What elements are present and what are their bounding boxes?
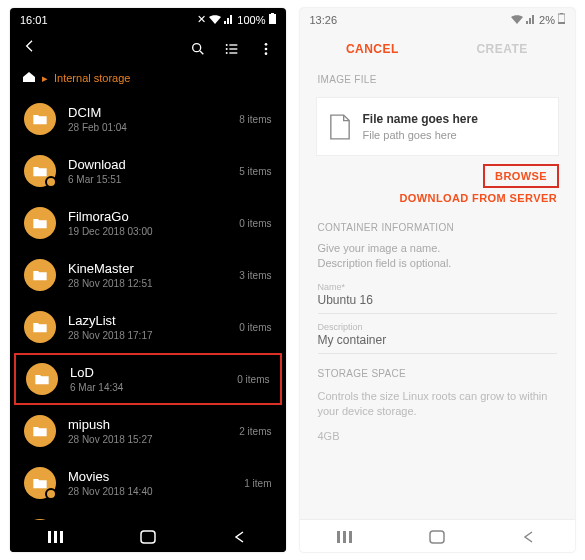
folder-icon <box>24 207 56 239</box>
folder-name: FilmoraGo <box>68 209 227 225</box>
folder-date: 28 Nov 2018 15:27 <box>68 434 227 445</box>
storage-label: STORAGE SPACE <box>300 354 576 385</box>
description-label: Description <box>318 314 558 332</box>
description-field[interactable]: My container <box>318 332 558 354</box>
file-name: File name goes here <box>363 112 478 126</box>
folder-icon <box>24 415 56 447</box>
chevron-right-icon: ▸ <box>42 72 48 85</box>
svg-point-10 <box>264 47 267 50</box>
recents-button[interactable] <box>46 530 66 544</box>
clock: 16:01 <box>20 14 48 26</box>
folder-date: 28 Nov 2018 12:51 <box>68 278 227 289</box>
svg-rect-4 <box>229 44 237 45</box>
list-item[interactable]: mipush28 Nov 2018 15:272 items <box>10 405 286 457</box>
folder-date: 28 Nov 2018 17:17 <box>68 330 227 341</box>
folder-date: 6 Mar 15:51 <box>68 174 227 185</box>
status-bar: 13:26 2% <box>300 8 576 28</box>
home-icon[interactable] <box>22 71 36 85</box>
svg-rect-13 <box>54 531 57 543</box>
browse-button[interactable]: BROWSE <box>483 164 559 188</box>
file-icon <box>329 113 351 141</box>
action-tabs: CANCEL CREATE <box>300 28 576 66</box>
svg-rect-8 <box>229 52 237 53</box>
signal-icon <box>224 14 234 26</box>
back-button[interactable] <box>230 530 250 544</box>
svg-rect-18 <box>558 22 565 24</box>
folder-list[interactable]: DCIM28 Feb 01:048 itemsDownload6 Mar 15:… <box>10 93 286 520</box>
folder-name: Download <box>68 157 227 173</box>
back-icon[interactable] <box>22 38 38 54</box>
folder-icon <box>24 259 56 291</box>
file-card[interactable]: File name goes here File path goes here <box>316 97 560 156</box>
folder-name: LoD <box>70 365 225 381</box>
list-item[interactable]: Download6 Mar 15:515 items <box>10 145 286 197</box>
wifi-icon <box>511 14 523 26</box>
create-button[interactable]: CREATE <box>437 42 567 56</box>
svg-rect-19 <box>337 531 340 543</box>
status-icons: 2% <box>511 13 565 26</box>
battery-icon <box>558 13 565 26</box>
battery-text: 100% <box>237 14 265 26</box>
folder-name: LazyList <box>68 313 227 329</box>
folder-item-count: 8 items <box>239 114 271 125</box>
folder-icon <box>24 467 56 499</box>
folder-item-count: 2 items <box>239 426 271 437</box>
nav-bar <box>10 520 286 552</box>
list-item[interactable]: Movies28 Nov 2018 14:401 item <box>10 457 286 509</box>
status-icons: ✕ 100% <box>197 13 275 26</box>
svg-rect-6 <box>229 48 237 49</box>
battery-text: 2% <box>539 14 555 26</box>
file-browser-screen: 16:01 ✕ 100% <box>10 8 286 552</box>
status-bar: 16:01 ✕ 100% <box>10 8 286 28</box>
name-field[interactable]: Ubuntu 16 <box>318 292 558 314</box>
list-item[interactable]: LoD6 Mar 14:340 items <box>14 353 282 405</box>
svg-rect-17 <box>560 13 563 14</box>
list-item[interactable]: DCIM28 Feb 01:048 items <box>10 93 286 145</box>
create-container-screen: 13:26 2% CANCEL CREATE IMAGE FILE File n… <box>300 8 576 552</box>
svg-point-11 <box>264 52 267 55</box>
breadcrumb[interactable]: ▸ Internal storage <box>10 67 286 93</box>
view-list-icon[interactable] <box>224 41 240 57</box>
list-item[interactable]: Music1 Jan 2018 00:030 items <box>10 509 286 520</box>
more-icon[interactable] <box>258 41 274 57</box>
folder-name: Movies <box>68 469 232 485</box>
download-from-server-button[interactable]: DOWNLOAD FROM SERVER <box>300 190 576 214</box>
clock: 13:26 <box>310 14 338 26</box>
svg-rect-14 <box>60 531 63 543</box>
container-info-label: CONTAINER INFORMATION <box>300 214 576 239</box>
breadcrumb-label: Internal storage <box>54 72 130 84</box>
cancel-button[interactable]: CANCEL <box>308 42 438 56</box>
home-button[interactable] <box>138 530 158 544</box>
svg-point-5 <box>225 48 227 50</box>
storage-help: Controls the size Linux roots can grow t… <box>300 385 576 430</box>
folder-item-count: 0 items <box>237 374 269 385</box>
name-label: Name* <box>318 274 558 292</box>
folder-date: 6 Mar 14:34 <box>70 382 225 393</box>
back-button[interactable] <box>519 530 539 544</box>
folder-icon <box>24 103 56 135</box>
folder-name: KineMaster <box>68 261 227 277</box>
search-icon[interactable] <box>190 41 206 57</box>
container-help: Give your image a name. Description fiel… <box>300 239 576 274</box>
file-path: File path goes here <box>363 129 478 141</box>
folder-item-count: 5 items <box>239 166 271 177</box>
recents-button[interactable] <box>335 530 355 544</box>
svg-rect-0 <box>269 14 276 24</box>
list-item[interactable]: FilmoraGo19 Dec 2018 03:000 items <box>10 197 286 249</box>
svg-rect-1 <box>271 13 274 14</box>
list-item[interactable]: KineMaster28 Nov 2018 12:513 items <box>10 249 286 301</box>
folder-date: 28 Feb 01:04 <box>68 122 227 133</box>
home-button[interactable] <box>427 530 447 544</box>
svg-point-7 <box>225 52 227 54</box>
list-item[interactable]: LazyList28 Nov 2018 17:170 items <box>10 301 286 353</box>
sync-badge-icon <box>45 488 57 500</box>
folder-item-count: 0 items <box>239 322 271 333</box>
folder-date: 28 Nov 2018 14:40 <box>68 486 232 497</box>
battery-icon <box>269 13 276 26</box>
storage-value[interactable]: 4GB <box>300 430 576 452</box>
wifi-icon <box>209 14 221 26</box>
svg-point-2 <box>192 43 200 51</box>
title-bar <box>10 28 286 67</box>
mute-icon: ✕ <box>197 13 206 26</box>
svg-point-3 <box>225 44 227 46</box>
